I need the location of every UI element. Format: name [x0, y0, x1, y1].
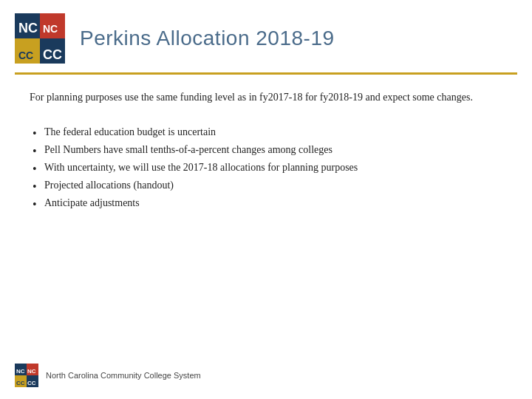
- main-content: For planning purposes use the same fundi…: [0, 75, 532, 226]
- slide: NC CC CC NC Perkins Allocation 2018-19 F…: [0, 0, 532, 399]
- list-item: Projected allocations (handout): [30, 177, 502, 194]
- svg-text:CC: CC: [27, 380, 36, 386]
- svg-text:NC: NC: [43, 23, 58, 35]
- svg-text:CC: CC: [16, 380, 25, 386]
- intro-paragraph: For planning purposes use the same fundi…: [30, 89, 502, 106]
- list-item: With uncertainty, we will use the 2017-1…: [30, 159, 502, 177]
- bullet-list: The federal education budget is uncertai…: [30, 123, 502, 211]
- svg-text:CC: CC: [18, 50, 33, 61]
- list-item: The federal education budget is uncertai…: [30, 123, 502, 141]
- footer: NC NC CC CC North Carolina Community Col…: [15, 364, 201, 387]
- list-item: Anticipate adjustments: [30, 194, 502, 212]
- svg-text:NC: NC: [16, 368, 25, 375]
- svg-text:NC: NC: [18, 21, 38, 35]
- logo: NC CC CC NC: [15, 13, 65, 64]
- footer-text: North Carolina Community College System: [46, 371, 201, 380]
- page-title: Perkins Allocation 2018-19: [80, 27, 335, 50]
- header: NC CC CC NC Perkins Allocation 2018-19: [0, 0, 532, 64]
- svg-text:CC: CC: [43, 47, 62, 62]
- footer-logo: NC NC CC CC: [15, 364, 38, 387]
- svg-text:NC: NC: [27, 368, 36, 375]
- list-item: Pell Numbers have small tenths-of-a-perc…: [30, 141, 502, 159]
